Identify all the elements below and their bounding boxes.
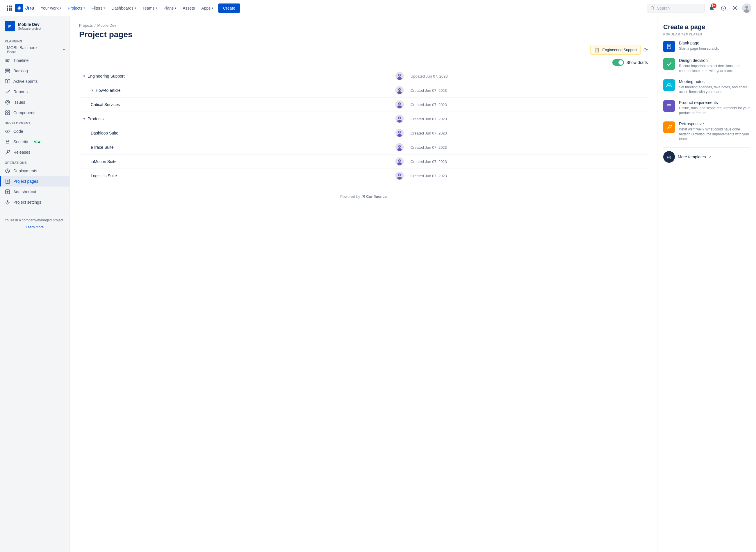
project-header: M Mobile Dev Software project (0, 21, 70, 36)
sidebar-item-label: Reports (13, 90, 28, 94)
backlog-icon (5, 68, 10, 74)
table-row: inMotion Suite Created Jun 07, 2023 (79, 155, 648, 169)
user-avatar[interactable] (742, 3, 751, 13)
page-name-link[interactable]: Engineering Support (88, 74, 125, 79)
powered-by: Powered by ✖ Confluence (79, 194, 648, 199)
template-item-product-requirements[interactable]: Product requirements Define, track and s… (663, 100, 750, 116)
page-avatar (396, 101, 404, 109)
breadcrumb-projects[interactable]: Projects (79, 23, 93, 28)
nav-plans[interactable]: Plans ▾ (160, 4, 179, 12)
template-item-blank-page[interactable]: Blank page Start a page from scratch. (663, 41, 750, 52)
settings-button[interactable] (730, 3, 740, 13)
chevron-down-icon: ▾ (63, 48, 65, 52)
deployments-icon (5, 168, 10, 174)
chevron-down-icon: ▾ (175, 6, 176, 10)
jira-logo[interactable]: Jira (15, 4, 34, 12)
page-name-cell: ▼ Products (79, 112, 392, 126)
sidebar-item-releases[interactable]: Releases (0, 147, 70, 157)
page-name-link[interactable]: inMotion Suite (91, 159, 117, 164)
sidebar-item-timeline[interactable]: Timeline (0, 55, 70, 66)
page-name-link[interactable]: Critical Services (91, 102, 120, 107)
sidebar-item-security[interactable]: Security NEW (0, 137, 70, 147)
timeline-icon (5, 57, 10, 63)
reports-icon (5, 89, 10, 95)
sidebar-item-add-shortcut[interactable]: Add shortcut (0, 186, 70, 197)
chevron-down-icon: ▾ (212, 6, 213, 10)
nav-dashboards[interactable]: Dashboards ▾ (108, 4, 139, 12)
sidebar-item-project-settings[interactable]: Project settings (0, 197, 70, 208)
breadcrumb-project[interactable]: Mobile Dev (97, 23, 116, 28)
project-icon: M (5, 21, 15, 31)
table-row: ▼ Products Created Jun 07, 2023 (79, 112, 648, 126)
confluence-logo: ✖ Confluence (362, 194, 387, 199)
more-templates-link[interactable]: ◎ More templates ↗ (663, 151, 750, 163)
template-item-design-decision[interactable]: Design decision Record important project… (663, 58, 750, 74)
svg-point-79 (667, 84, 669, 86)
board-row[interactable]: MOBL Baltimore Board ▾ (0, 44, 70, 55)
nav-your-work[interactable]: Your work ▾ (38, 4, 64, 12)
sprint-icon (5, 79, 10, 84)
nav-apps[interactable]: Apps ▾ (198, 4, 216, 12)
notifications-button[interactable]: 9+ (707, 3, 717, 13)
sidebar-item-backlog[interactable]: Backlog (0, 66, 70, 76)
collapse-icon[interactable]: ▼ (91, 89, 94, 92)
svg-point-27 (7, 101, 8, 103)
page-avatar (396, 115, 404, 123)
template-item-retrospective[interactable]: Retrospective What went well? What could… (663, 121, 750, 141)
issues-icon (5, 99, 10, 105)
chevron-down-icon: ▾ (104, 6, 105, 10)
page-avatar-cell (392, 155, 407, 169)
show-drafts-label: Show drafts (626, 60, 648, 65)
confluence-space-badge[interactable]: 📋 Engineering Support (590, 45, 641, 54)
sidebar-item-reports[interactable]: Reports (0, 87, 70, 97)
refresh-icon[interactable]: ⟳ (643, 47, 648, 53)
confluence-space-name: Engineering Support (602, 48, 637, 52)
learn-more-link[interactable]: Learn more (0, 225, 70, 230)
search-input[interactable]: Search (647, 4, 705, 12)
sidebar-item-code[interactable]: Code (0, 126, 70, 137)
nav-teams[interactable]: Teams ▾ (139, 4, 160, 12)
breadcrumb-separator: / (95, 23, 96, 28)
nav-projects[interactable]: Projects ▾ (65, 4, 88, 12)
svg-point-75 (399, 174, 400, 176)
page-name-link[interactable]: Products (88, 117, 104, 121)
page-name-cell: ▼ Engineering Support (79, 69, 392, 84)
help-button[interactable]: ? (719, 3, 728, 13)
collapse-icon[interactable]: ▼ (83, 117, 86, 121)
sidebar-item-project-pages[interactable]: Project pages (0, 176, 70, 186)
svg-rect-25 (8, 80, 10, 83)
nav-filters[interactable]: Filters ▾ (88, 4, 108, 12)
svg-rect-2 (10, 6, 12, 7)
project-type: Software project (18, 27, 41, 30)
collapse-icon[interactable]: ▼ (83, 75, 86, 78)
avatar-image (742, 3, 751, 13)
template-desc: Set meeting agendas, take notes, and sha… (679, 85, 750, 95)
sidebar-item-label: Security (13, 139, 28, 144)
svg-rect-30 (6, 113, 7, 115)
page-name-link[interactable]: How-to article (96, 88, 121, 93)
table-row: ▼ How-to article Created Jun 07, 2023 (79, 84, 648, 98)
grid-menu-icon[interactable] (5, 3, 14, 13)
product-requirements-icon (663, 100, 675, 112)
sidebar-item-issues[interactable]: Issues (0, 97, 70, 108)
create-button[interactable]: Create (218, 3, 240, 13)
svg-point-43 (7, 201, 8, 203)
page-name-cell: eTrace Suite (79, 140, 392, 155)
nav-assets[interactable]: Assets (180, 4, 198, 12)
page-name-link[interactable]: Dashloop Suite (91, 131, 118, 135)
page-name-link[interactable]: eTrace Suite (91, 145, 114, 150)
page-name-link[interactable]: Logistics Suite (91, 173, 117, 178)
sidebar-item-active-sprints[interactable]: Active sprints (0, 76, 70, 87)
external-link-icon: ↗ (709, 155, 712, 159)
sidebar-item-deployments[interactable]: Deployments (0, 166, 70, 176)
right-panel-title: Create a page (663, 23, 750, 31)
show-drafts-toggle[interactable] (612, 59, 624, 66)
template-item-meeting-notes[interactable]: Meeting notes Set meeting agendas, take … (663, 79, 750, 95)
page-avatar-cell (392, 169, 407, 183)
meeting-notes-icon (663, 79, 675, 91)
board-sub: Board (7, 50, 37, 54)
sidebar-item-components[interactable]: Components (0, 108, 70, 118)
svg-point-51 (399, 89, 400, 90)
sidebar-item-label: Project settings (13, 200, 41, 204)
app-layout: M Mobile Dev Software project PLANNING M… (0, 16, 756, 552)
